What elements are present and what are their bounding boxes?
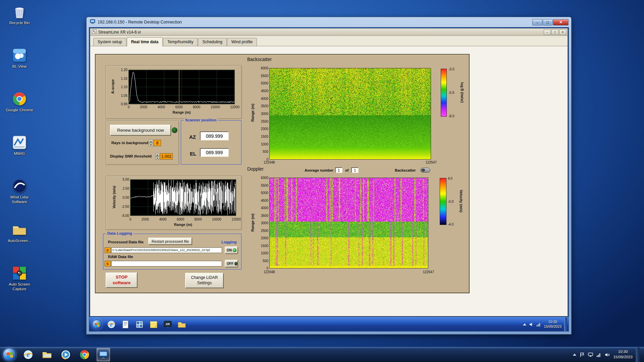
- processed-drive-box[interactable]: C: [105, 247, 111, 253]
- el-value-field[interactable]: 089.999: [200, 148, 229, 157]
- remote-hidden-icons-arrow[interactable]: [523, 323, 526, 325]
- y-tick: 3500: [261, 104, 268, 108]
- desktop-icon-recycle-bin[interactable]: Recycle Bin: [3, 4, 36, 25]
- labview-minimize-button[interactable]: –: [544, 29, 551, 35]
- tab-scheduling[interactable]: Scheduling: [198, 38, 226, 46]
- remote-volume-icon[interactable]: [529, 322, 534, 327]
- rays-value-field[interactable]: 8: [154, 140, 161, 146]
- remote-network-icon[interactable]: [536, 322, 541, 327]
- rdc-titlebar[interactable]: 192.168.0.150 - Remote Desktop Connectio…: [87, 17, 571, 27]
- desktop-icon-auto-screen-capture[interactable]: Auto Screen Capture: [3, 265, 36, 292]
- taskbar-chrome-icon[interactable]: [78, 348, 91, 361]
- remote-folder-icon[interactable]: [177, 320, 186, 329]
- az-value-field[interactable]: 089.999: [200, 131, 229, 140]
- snr-spinner[interactable]: [155, 153, 159, 160]
- raw-logging-off-button[interactable]: OFF: [225, 260, 238, 267]
- off-label: OFF: [227, 262, 233, 265]
- start-button[interactable]: [3, 348, 16, 361]
- y-tick: 6000: [261, 66, 268, 70]
- stop-button-line2: software: [113, 280, 130, 286]
- restart-processed-file-button[interactable]: Restart processed file: [148, 238, 192, 245]
- rdc-app-icon: [90, 19, 95, 25]
- processed-logging-on-button[interactable]: ON: [225, 246, 238, 254]
- tab-system-setup[interactable]: System setup: [93, 38, 126, 46]
- volume-icon[interactable]: [605, 352, 610, 357]
- labview-app-icon: [92, 29, 97, 35]
- remote-clock-time: 10:30: [544, 320, 561, 324]
- doppler-colorbar[interactable]: [440, 178, 446, 225]
- labview-titlebar[interactable]: StreamLine XR v14-6.vi – ◻ ✕: [90, 28, 568, 36]
- remote-app-grid-icon[interactable]: [135, 320, 144, 329]
- raw-path-field[interactable]: [111, 261, 222, 266]
- labview-close-button[interactable]: ✕: [559, 29, 566, 35]
- off-led: [234, 262, 237, 265]
- doppler-graph: Range (m) 600055005000450040003500300025…: [246, 174, 469, 274]
- rays-spinner[interactable]: [149, 140, 153, 146]
- stop-button-line1: STOP: [116, 275, 127, 280]
- doppler-plot[interactable]: [270, 178, 428, 268]
- snr-value-field[interactable]: 1.002: [160, 153, 173, 160]
- stop-software-button[interactable]: STOP software: [106, 273, 138, 288]
- backscatter-plot[interactable]: [270, 68, 431, 159]
- front-panel: A-scope 1.201.151.101.050.99 02000400060…: [95, 54, 470, 293]
- network-icon[interactable]: [596, 352, 601, 357]
- remote-start-button[interactable]: [92, 319, 102, 329]
- change-lidar-settings-button[interactable]: Change LiDAR Settings: [185, 273, 224, 288]
- desktop-icon-wind-lidar[interactable]: Wind Lidar Software: [3, 178, 36, 204]
- colorbar-tick: -4.0: [448, 223, 453, 226]
- remote-clock[interactable]: 10:30 15/09/2023: [544, 320, 561, 329]
- snr-threshold-label: Display SNR threshold: [110, 154, 152, 158]
- show-desktop-button[interactable]: [636, 347, 640, 362]
- y-tick: 1500: [261, 244, 268, 248]
- y-tick: 4000: [261, 97, 268, 101]
- taskbar-media-player-icon[interactable]: [59, 348, 72, 361]
- taskbar-clock[interactable]: 10:30 15/09/2023: [613, 349, 633, 360]
- desktop-icon-google-chrome[interactable]: Google Chrome: [3, 91, 36, 112]
- mw41-icon: [12, 135, 27, 150]
- tab-real-time-data[interactable]: Real time data: [127, 37, 163, 46]
- remote-tray: 10:30 15/09/2023: [523, 317, 569, 331]
- renew-background-button[interactable]: Renew background now: [110, 125, 171, 136]
- raw-data-file-label: RAW Data file: [108, 255, 133, 259]
- remote-xr-app-icon[interactable]: XR: [163, 320, 172, 329]
- average-number-field[interactable]: 1: [335, 167, 342, 173]
- rdc-maximize-button[interactable]: ◻: [543, 19, 553, 25]
- velocity-plot[interactable]: [130, 180, 236, 216]
- remote-sticky-notes-icon[interactable]: [149, 320, 158, 329]
- ascope-graph: A-scope 1.201.151.101.050.99 02000400060…: [106, 65, 241, 119]
- y-tick: 3000: [261, 221, 268, 225]
- x-tick: 4000: [158, 105, 165, 109]
- desktop-icon-bl-view[interactable]: BL-View: [3, 48, 36, 69]
- tab-temp-humidity[interactable]: Temp/humidity: [163, 38, 198, 46]
- backscatter-toggle-switch[interactable]: [420, 168, 430, 173]
- desktop-icon-mw41[interactable]: MW41: [3, 135, 36, 156]
- taskbar-internet-explorer-icon[interactable]: e: [21, 348, 35, 361]
- remote-session-tray-icon[interactable]: [588, 352, 593, 357]
- doppler-y-axis-label: Range (m): [251, 206, 255, 239]
- x-tick: 6000: [177, 218, 184, 221]
- taskbar-explorer-icon[interactable]: [40, 348, 54, 361]
- desktop-icon-autoscreen[interactable]: AutoScreen...: [3, 222, 36, 243]
- y-tick: 1.10: [121, 85, 127, 89]
- remote-internet-explorer-icon[interactable]: e: [107, 320, 116, 329]
- wind-lidar-icon: [12, 178, 27, 194]
- average-number-label: Average number: [305, 168, 333, 172]
- remote-desktop: StreamLine XR v14-6.vi – ◻ ✕ System setu…: [89, 27, 569, 331]
- backscatter-colorbar[interactable]: [441, 69, 447, 117]
- tab-wind-profile[interactable]: Wind profile: [227, 38, 257, 46]
- raw-drive-box[interactable]: C: [105, 261, 111, 266]
- remote-notepad-icon[interactable]: [121, 320, 130, 329]
- y-tick: 5.00: [123, 178, 129, 181]
- el-label: EL: [190, 151, 196, 157]
- taskbar-remote-desktop-icon[interactable]: [97, 348, 110, 361]
- ascope-plot[interactable]: [129, 70, 234, 104]
- rdc-minimize-button[interactable]: –: [532, 19, 542, 25]
- processed-path-field[interactable]: C:\Lidar\Data\Proc\2023\202309\20230915\…: [111, 247, 222, 253]
- remote-show-desktop-button[interactable]: [564, 317, 567, 331]
- hidden-icons-arrow[interactable]: [573, 354, 576, 356]
- rdc-close-button[interactable]: ✕: [553, 19, 569, 25]
- labview-restore-button[interactable]: ◻: [551, 29, 558, 35]
- action-center-flag-icon[interactable]: [580, 352, 585, 357]
- average-of-field[interactable]: 1: [351, 167, 359, 173]
- svg-text:XR: XR: [166, 322, 170, 326]
